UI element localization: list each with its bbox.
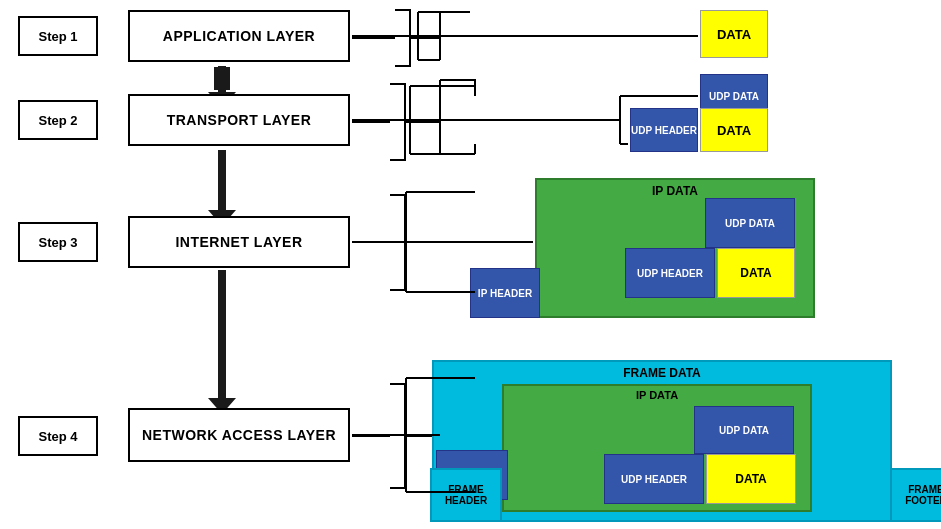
frame-data-yellow: DATA (706, 454, 796, 504)
frame-footer-box: FRAME FOOTER (890, 468, 941, 522)
svg-rect-3 (218, 150, 226, 210)
step3-label: Step 3 (38, 235, 77, 250)
internet-layer-label: INTERNET LAYER (175, 234, 302, 250)
row3-udp-header: UDP HEADER (625, 248, 715, 298)
frame-ip-data-label: IP DATA (504, 389, 810, 401)
internet-layer-box: INTERNET LAYER (128, 216, 350, 268)
row3-udp-data-label: UDP DATA (725, 218, 775, 229)
ip-data-label: IP DATA (537, 184, 813, 198)
row1-data-label: DATA (717, 27, 751, 42)
step2-label: Step 2 (38, 113, 77, 128)
svg-rect-1 (218, 66, 226, 94)
frame-ip-data-container: IP DATA UDP DATA UDP HEADER DATA (502, 384, 812, 512)
row1-data: DATA (700, 10, 768, 58)
row3-data-label: DATA (740, 266, 772, 280)
svg-marker-0 (214, 67, 230, 90)
row2-udp-data-label: UDP DATA (709, 91, 759, 102)
frame-udp-data-label: UDP DATA (719, 425, 769, 436)
frame-udp-data: UDP DATA (694, 406, 794, 454)
ip-data-container: IP DATA UDP DATA UDP HEADER DATA (535, 178, 815, 318)
row3-udp-header-label: UDP HEADER (637, 268, 703, 279)
row3-ip-header-label: IP HEADER (478, 288, 532, 299)
step1-box: Step 1 (18, 16, 98, 56)
frame-footer-label: FRAME FOOTER (892, 484, 941, 506)
row2-udp-header-label: UDP HEADER (631, 125, 697, 136)
step4-label: Step 4 (38, 429, 77, 444)
diagram-container: Step 1 Step 2 Step 3 Step 4 APPLICATION … (0, 0, 941, 529)
frame-header-box: FRAME HEADER (430, 468, 502, 522)
app-layer-label: APPLICATION LAYER (163, 28, 315, 44)
row3-ip-header: IP HEADER (470, 268, 540, 318)
frame-udp-header: UDP HEADER (604, 454, 704, 504)
app-layer-box: APPLICATION LAYER (128, 10, 350, 62)
step3-box: Step 3 (18, 222, 98, 262)
frame-data-label: FRAME DATA (434, 366, 890, 380)
svg-rect-5 (218, 270, 226, 398)
frame-data-yellow-label: DATA (735, 472, 767, 486)
step2-box: Step 2 (18, 100, 98, 140)
network-layer-label: NETWORK ACCESS LAYER (142, 427, 336, 443)
row3-udp-data: UDP DATA (705, 198, 795, 248)
frame-udp-header-label: UDP HEADER (621, 474, 687, 485)
row2-data: DATA (700, 108, 768, 152)
row2-udp-header: UDP HEADER (630, 108, 698, 152)
frame-header-label: FRAME HEADER (432, 484, 500, 506)
step1-label: Step 1 (38, 29, 77, 44)
network-layer-box: NETWORK ACCESS LAYER (128, 408, 350, 462)
step4-box: Step 4 (18, 416, 98, 456)
transport-layer-label: TRANSPORT LAYER (167, 112, 312, 128)
row2-data-label: DATA (717, 123, 751, 138)
row3-data: DATA (717, 248, 795, 298)
transport-layer-box: TRANSPORT LAYER (128, 94, 350, 146)
